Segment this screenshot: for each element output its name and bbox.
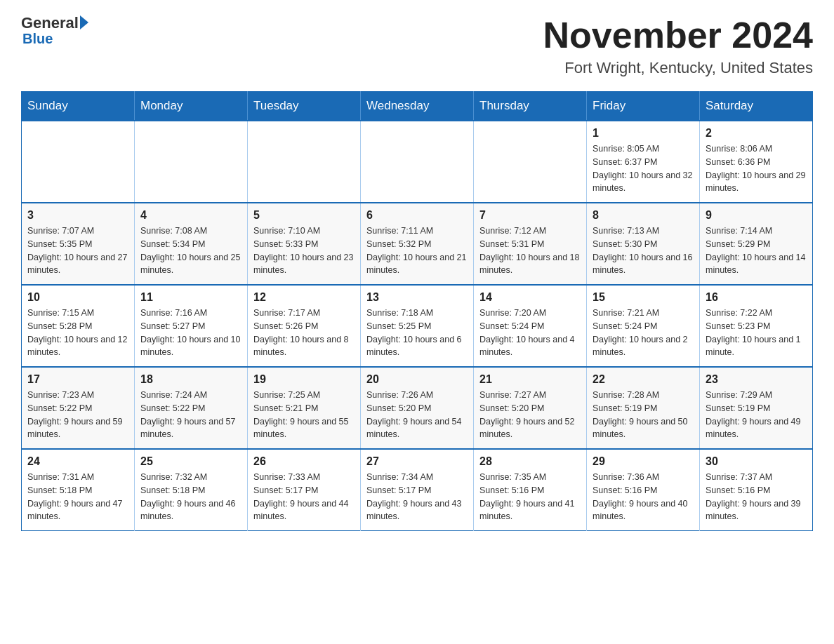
day-number-21: 21	[479, 373, 581, 386]
day-info-5: Sunrise: 7:10 AM Sunset: 5:33 PM Dayligh…	[253, 224, 355, 277]
day-number-19: 19	[253, 373, 355, 386]
day-number-5: 5	[253, 209, 355, 222]
day-number-17: 17	[27, 373, 128, 386]
logo-arrow-icon	[80, 15, 88, 29]
header-tuesday: Tuesday	[248, 92, 361, 121]
day-info-25: Sunrise: 7:32 AM Sunset: 5:18 PM Dayligh…	[140, 471, 241, 523]
day-info-1: Sunrise: 8:05 AM Sunset: 6:37 PM Dayligh…	[593, 142, 694, 195]
calendar-week-4: 24Sunrise: 7:31 AM Sunset: 5:18 PM Dayli…	[22, 449, 813, 531]
day-number-30: 30	[706, 455, 807, 468]
day-info-23: Sunrise: 7:29 AM Sunset: 5:19 PM Dayligh…	[706, 389, 807, 441]
day-number-28: 28	[479, 455, 581, 468]
calendar-cell-0-5: 1Sunrise: 8:05 AM Sunset: 6:37 PM Daylig…	[587, 121, 700, 203]
header-wednesday: Wednesday	[361, 92, 474, 121]
day-number-13: 13	[366, 291, 468, 304]
calendar-cell-2-0: 10Sunrise: 7:15 AM Sunset: 5:28 PM Dayli…	[22, 285, 135, 367]
calendar-cell-4-0: 24Sunrise: 7:31 AM Sunset: 5:18 PM Dayli…	[22, 449, 135, 531]
day-info-30: Sunrise: 7:37 AM Sunset: 5:16 PM Dayligh…	[706, 471, 807, 523]
logo-general: General	[21, 14, 79, 32]
calendar-week-0: 1Sunrise: 8:05 AM Sunset: 6:37 PM Daylig…	[22, 121, 813, 203]
calendar-cell-2-3: 13Sunrise: 7:18 AM Sunset: 5:25 PM Dayli…	[361, 285, 474, 367]
calendar-cell-2-6: 16Sunrise: 7:22 AM Sunset: 5:23 PM Dayli…	[700, 285, 813, 367]
title-section: November 2024 Fort Wright, Kentucky, Uni…	[543, 14, 813, 77]
day-info-21: Sunrise: 7:27 AM Sunset: 5:20 PM Dayligh…	[479, 389, 581, 441]
page-header: General Blue November 2024 Fort Wright, …	[21, 14, 813, 77]
calendar-cell-3-1: 18Sunrise: 7:24 AM Sunset: 5:22 PM Dayli…	[135, 367, 248, 449]
calendar-cell-1-3: 6Sunrise: 7:11 AM Sunset: 5:32 PM Daylig…	[361, 203, 474, 285]
day-info-26: Sunrise: 7:33 AM Sunset: 5:17 PM Dayligh…	[253, 471, 355, 523]
calendar-header: Sunday Monday Tuesday Wednesday Thursday…	[22, 92, 813, 121]
calendar-subtitle: Fort Wright, Kentucky, United States	[543, 59, 813, 77]
day-info-12: Sunrise: 7:17 AM Sunset: 5:26 PM Dayligh…	[253, 307, 355, 359]
calendar-week-1: 3Sunrise: 7:07 AM Sunset: 5:35 PM Daylig…	[22, 203, 813, 285]
day-number-4: 4	[140, 209, 241, 222]
header-saturday: Saturday	[700, 92, 813, 121]
calendar-cell-1-2: 5Sunrise: 7:10 AM Sunset: 5:33 PM Daylig…	[248, 203, 361, 285]
calendar-cell-2-5: 15Sunrise: 7:21 AM Sunset: 5:24 PM Dayli…	[587, 285, 700, 367]
day-info-29: Sunrise: 7:36 AM Sunset: 5:16 PM Dayligh…	[593, 471, 694, 523]
header-friday: Friday	[587, 92, 700, 121]
day-number-7: 7	[479, 209, 581, 222]
day-info-18: Sunrise: 7:24 AM Sunset: 5:22 PM Dayligh…	[140, 389, 241, 441]
calendar-cell-0-1	[135, 121, 248, 203]
calendar-cell-2-2: 12Sunrise: 7:17 AM Sunset: 5:26 PM Dayli…	[248, 285, 361, 367]
day-number-29: 29	[593, 455, 694, 468]
calendar-cell-4-3: 27Sunrise: 7:34 AM Sunset: 5:17 PM Dayli…	[361, 449, 474, 531]
day-info-19: Sunrise: 7:25 AM Sunset: 5:21 PM Dayligh…	[253, 389, 355, 441]
calendar-cell-3-2: 19Sunrise: 7:25 AM Sunset: 5:21 PM Dayli…	[248, 367, 361, 449]
day-info-16: Sunrise: 7:22 AM Sunset: 5:23 PM Dayligh…	[706, 307, 807, 359]
day-number-6: 6	[366, 209, 468, 222]
header-row: Sunday Monday Tuesday Wednesday Thursday…	[22, 92, 813, 121]
header-sunday: Sunday	[22, 92, 135, 121]
day-number-27: 27	[366, 455, 468, 468]
day-number-25: 25	[140, 455, 241, 468]
day-number-9: 9	[706, 209, 807, 222]
calendar-cell-3-3: 20Sunrise: 7:26 AM Sunset: 5:20 PM Dayli…	[361, 367, 474, 449]
day-info-10: Sunrise: 7:15 AM Sunset: 5:28 PM Dayligh…	[27, 307, 128, 359]
calendar-cell-0-6: 2Sunrise: 8:06 AM Sunset: 6:36 PM Daylig…	[700, 121, 813, 203]
calendar-cell-4-6: 30Sunrise: 7:37 AM Sunset: 5:16 PM Dayli…	[700, 449, 813, 531]
calendar-week-2: 10Sunrise: 7:15 AM Sunset: 5:28 PM Dayli…	[22, 285, 813, 367]
calendar-cell-0-2	[248, 121, 361, 203]
calendar-cell-3-4: 21Sunrise: 7:27 AM Sunset: 5:20 PM Dayli…	[474, 367, 587, 449]
calendar-cell-0-3	[361, 121, 474, 203]
calendar-cell-4-5: 29Sunrise: 7:36 AM Sunset: 5:16 PM Dayli…	[587, 449, 700, 531]
calendar-cell-0-4	[474, 121, 587, 203]
day-number-16: 16	[706, 291, 807, 304]
day-number-22: 22	[593, 373, 694, 386]
calendar-cell-1-1: 4Sunrise: 7:08 AM Sunset: 5:34 PM Daylig…	[135, 203, 248, 285]
header-thursday: Thursday	[474, 92, 587, 121]
day-number-23: 23	[706, 373, 807, 386]
day-number-14: 14	[479, 291, 581, 304]
logo: General Blue	[21, 14, 88, 47]
day-info-8: Sunrise: 7:13 AM Sunset: 5:30 PM Dayligh…	[593, 224, 694, 277]
day-number-18: 18	[140, 373, 241, 386]
day-number-26: 26	[253, 455, 355, 468]
day-number-12: 12	[253, 291, 355, 304]
calendar-cell-1-6: 9Sunrise: 7:14 AM Sunset: 5:29 PM Daylig…	[700, 203, 813, 285]
day-number-24: 24	[27, 455, 128, 468]
day-number-1: 1	[593, 127, 694, 140]
day-number-2: 2	[706, 127, 807, 140]
day-info-22: Sunrise: 7:28 AM Sunset: 5:19 PM Dayligh…	[593, 389, 694, 441]
calendar-cell-4-4: 28Sunrise: 7:35 AM Sunset: 5:16 PM Dayli…	[474, 449, 587, 531]
day-info-20: Sunrise: 7:26 AM Sunset: 5:20 PM Dayligh…	[366, 389, 468, 441]
calendar-cell-4-2: 26Sunrise: 7:33 AM Sunset: 5:17 PM Dayli…	[248, 449, 361, 531]
day-info-2: Sunrise: 8:06 AM Sunset: 6:36 PM Dayligh…	[706, 142, 807, 195]
day-info-17: Sunrise: 7:23 AM Sunset: 5:22 PM Dayligh…	[27, 389, 128, 441]
day-info-28: Sunrise: 7:35 AM Sunset: 5:16 PM Dayligh…	[479, 471, 581, 523]
day-number-11: 11	[140, 291, 241, 304]
calendar-cell-2-4: 14Sunrise: 7:20 AM Sunset: 5:24 PM Dayli…	[474, 285, 587, 367]
day-info-9: Sunrise: 7:14 AM Sunset: 5:29 PM Dayligh…	[706, 224, 807, 277]
calendar-cell-0-0	[22, 121, 135, 203]
day-info-15: Sunrise: 7:21 AM Sunset: 5:24 PM Dayligh…	[593, 307, 694, 359]
calendar-cell-3-0: 17Sunrise: 7:23 AM Sunset: 5:22 PM Dayli…	[22, 367, 135, 449]
day-info-3: Sunrise: 7:07 AM Sunset: 5:35 PM Dayligh…	[27, 224, 128, 277]
logo-blue-text: Blue	[21, 31, 53, 47]
calendar-cell-3-5: 22Sunrise: 7:28 AM Sunset: 5:19 PM Dayli…	[587, 367, 700, 449]
calendar-cell-2-1: 11Sunrise: 7:16 AM Sunset: 5:27 PM Dayli…	[135, 285, 248, 367]
day-info-13: Sunrise: 7:18 AM Sunset: 5:25 PM Dayligh…	[366, 307, 468, 359]
day-number-3: 3	[27, 209, 128, 222]
day-number-15: 15	[593, 291, 694, 304]
calendar-cell-4-1: 25Sunrise: 7:32 AM Sunset: 5:18 PM Dayli…	[135, 449, 248, 531]
